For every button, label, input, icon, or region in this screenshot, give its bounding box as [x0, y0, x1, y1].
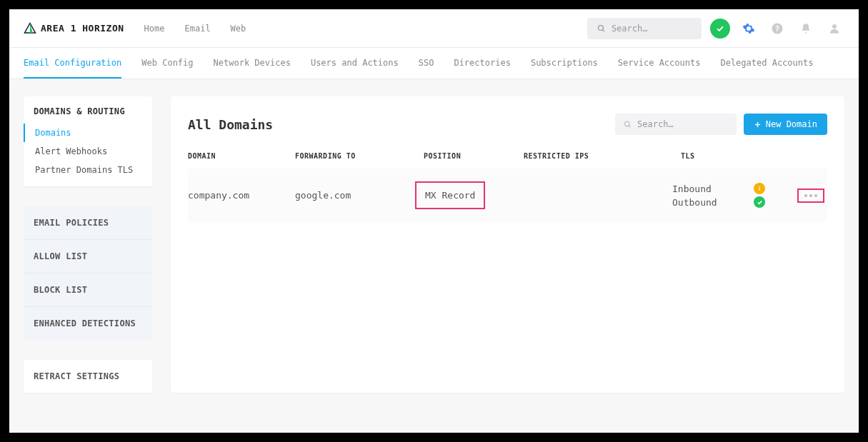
help-icon[interactable]: ?	[767, 19, 787, 39]
new-domain-button[interactable]: New Domain	[744, 114, 827, 135]
col-tls: TLS	[681, 152, 774, 160]
sidebar-section-block-list[interactable]: BLOCK LIST	[24, 273, 152, 307]
tab-delegated-accounts[interactable]: Delegated Accounts	[720, 49, 813, 79]
sidebar-item-domains[interactable]: Domains	[24, 124, 152, 142]
svg-line-1	[602, 29, 604, 31]
brand-name: AREA 1 HORIZON	[41, 23, 124, 34]
col-domain: Domain	[188, 152, 295, 160]
sidebar-item-partner-tls[interactable]: Partner Domains TLS	[24, 161, 152, 179]
top-nav: Home Email Web	[144, 24, 246, 34]
top-header: AREA 1 HORIZON Home Email Web ?	[9, 9, 859, 48]
svg-line-6	[629, 125, 630, 126]
tab-email-config[interactable]: Email Configuration	[24, 49, 121, 79]
settings-icon[interactable]	[739, 19, 759, 39]
tab-directories[interactable]: Directories	[454, 49, 510, 79]
search-icon	[624, 120, 632, 129]
warning-icon	[754, 183, 765, 194]
user-icon[interactable]	[824, 19, 844, 39]
col-forwarding: Forwarding To	[295, 152, 424, 160]
table-search[interactable]	[615, 114, 737, 135]
check-icon	[754, 196, 765, 208]
sidebar: DOMAINS & ROUTING Domains Alert Webhooks…	[24, 96, 152, 393]
sidebar-section-retract-settings[interactable]: RETRACT SETTINGS	[24, 360, 152, 393]
bell-icon[interactable]	[796, 19, 816, 39]
svg-rect-10	[759, 188, 759, 190]
tab-subscriptions[interactable]: Subscriptions	[531, 49, 598, 79]
cell-tls: Inbound Outbound	[672, 183, 765, 208]
table-search-input[interactable]	[637, 119, 728, 129]
tab-web-config[interactable]: Web Config	[141, 49, 193, 79]
svg-point-5	[624, 121, 629, 126]
nav-home[interactable]: Home	[144, 24, 165, 34]
svg-point-0	[598, 25, 603, 30]
svg-text:?: ?	[775, 24, 779, 32]
col-position: Position	[424, 152, 524, 160]
global-search-input[interactable]	[612, 24, 692, 34]
cell-domain: company.com	[188, 190, 295, 201]
logo-icon	[24, 22, 36, 35]
main-panel: All Domains New Domain Domain Forward	[171, 96, 844, 393]
sidebar-item-alert-webhooks[interactable]: Alert Webhooks	[24, 142, 152, 161]
sidebar-section-email-policies[interactable]: EMAIL POLICIES	[24, 206, 152, 240]
table-row: company.com google.com MX Record Inbound	[188, 169, 827, 222]
cell-position: MX Record	[415, 181, 485, 209]
tab-sso[interactable]: SSO	[419, 49, 434, 79]
sidebar-section-allow-list[interactable]: ALLOW LIST	[24, 240, 152, 273]
nav-email[interactable]: Email	[184, 24, 210, 34]
nav-web[interactable]: Web	[231, 24, 246, 34]
sidebar-section-enhanced-detections[interactable]: ENHANCED DETECTIONS	[24, 307, 152, 340]
brand-logo[interactable]: AREA 1 HORIZON	[24, 22, 124, 35]
sidebar-section-title: DOMAINS & ROUTING	[24, 96, 152, 124]
plus-icon	[754, 121, 762, 129]
new-domain-label: New Domain	[766, 119, 817, 129]
domains-table: Domain Forwarding To Position Restricted…	[188, 152, 827, 222]
tls-inbound-label: Inbound	[672, 184, 712, 194]
page-title: All Domains	[188, 117, 273, 132]
svg-point-9	[759, 186, 760, 188]
sidebar-section-domains: DOMAINS & ROUTING Domains Alert Webhooks…	[24, 96, 152, 186]
search-icon	[597, 24, 606, 34]
ellipsis-icon	[804, 194, 817, 197]
row-actions-button[interactable]	[797, 189, 824, 203]
status-ok-icon[interactable]	[710, 19, 730, 39]
tls-outbound-label: Outbound	[672, 197, 717, 208]
tab-network-devices[interactable]: Network Devices	[214, 49, 291, 79]
tab-service-accounts[interactable]: Service Accounts	[618, 49, 701, 79]
global-search[interactable]	[587, 18, 702, 39]
cell-forwarding: google.com	[295, 190, 424, 201]
svg-point-4	[832, 24, 837, 29]
tab-users-actions[interactable]: Users and Actions	[311, 49, 399, 79]
secondary-nav: Email Configuration Web Config Network D…	[9, 48, 859, 79]
col-restricted-ips: Restricted IPs	[524, 152, 681, 160]
